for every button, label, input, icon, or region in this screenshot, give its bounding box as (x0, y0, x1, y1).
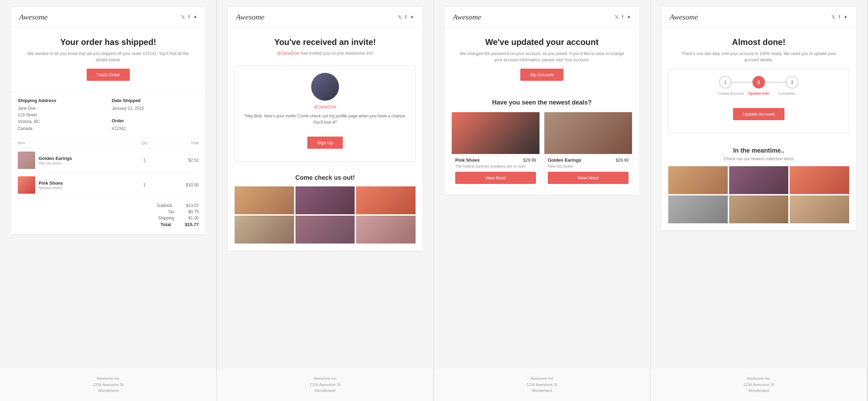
meantime-title: In the meantime.. (668, 147, 849, 154)
facebook-icon-2[interactable]: f (405, 14, 407, 20)
deal-row-shoes: Pink Shoes $29.99 (455, 157, 536, 163)
twitter-icon-3[interactable]: 𝕏 (615, 14, 618, 20)
come-check-title: Come check us out! (235, 174, 416, 182)
invite-hero-body-text: has invited you to join Awesome Inc! (301, 51, 373, 56)
my-account-button[interactable]: My Account (520, 69, 563, 81)
earrings-thumb (18, 152, 35, 169)
date-shipped-label: Date Shipped (112, 98, 199, 103)
twitter-icon-2[interactable]: 𝕏 (398, 14, 402, 20)
shipping-street: 123 Street (18, 112, 105, 118)
invite-hero: You've received an invite! @JaneDoe has … (228, 28, 423, 60)
deals-grid: Pink Shoes $29.99 The hottest summer sne… (451, 112, 632, 188)
shipping-cost-row: Shipping $1.00 (18, 216, 199, 221)
total-value: $15.77 (185, 222, 199, 227)
track-order-button[interactable]: Track Order (87, 69, 130, 81)
twitter-icon-1[interactable]: 𝕏 (181, 14, 185, 20)
panel-order-shipped: Awesome 𝕏 f ✦ Your order has shipped! We… (0, 0, 217, 401)
panel-almost-done: Awesome 𝕏 f ✦ Almost done! There's one l… (650, 0, 867, 401)
view-now-earrings-button[interactable]: View Now! (548, 172, 629, 184)
shipping-name: Jane Doe (18, 105, 105, 112)
come-check-section: Come check us out! (228, 167, 423, 250)
order-hero: Your order has shipped! We wanted to let… (11, 28, 206, 92)
footer-city-1: Wonderland (7, 388, 210, 394)
footer-address-4: 1234 Awesome St (657, 382, 860, 388)
deal-price-earrings: $29.99 (616, 158, 629, 163)
social-icons-1: 𝕏 f ✦ (181, 14, 197, 20)
footer-company-2: Awesome Inc (224, 376, 426, 382)
totals-section: Subtotal $13.02 Tax $0.75 Shipping $1.00… (11, 198, 206, 234)
social-icons-3: 𝕏 f ✦ (615, 14, 631, 20)
order-table-header: Item Qty Total (18, 138, 199, 148)
footer-city-2: Wonderland (224, 388, 426, 394)
step-line-1 (732, 82, 752, 83)
footer-1: Awesome Inc 1234 Awesome St Wonderland (0, 369, 216, 401)
email-card-3: Awesome 𝕏 f ✦ We've updated your account… (444, 7, 639, 195)
footer-company-1: Awesome Inc (7, 376, 210, 382)
shipping-address-label: Shipping Address (18, 98, 105, 103)
tax-row: Tax $0.75 (18, 209, 199, 214)
order-hero-body: We wanted to let you know that we just s… (25, 51, 192, 63)
facebook-icon-4[interactable]: f (839, 14, 840, 20)
view-now-shoes-button[interactable]: View Now! (455, 172, 536, 184)
footer-address-1: 1234 Awesome St (7, 382, 210, 388)
deal-name-shoes: Pink Shoes (455, 157, 480, 163)
photo-cell (668, 166, 728, 194)
invite-hero-body: @JaneDoe has invited you to join Awesome… (242, 51, 409, 56)
steps-indicator: 1 2 3 (676, 76, 842, 88)
twitter-icon-4[interactable]: 𝕏 (831, 14, 835, 20)
order-label: Order (112, 118, 199, 123)
logo-1: Awesome (19, 13, 48, 22)
email-header-1: Awesome 𝕏 f ✦ (11, 7, 206, 28)
invite-username: @JaneDoe (242, 104, 408, 109)
photo-grid-2 (235, 186, 416, 244)
facebook-icon-1[interactable]: f (188, 14, 190, 20)
photo-cell (356, 186, 416, 214)
photo-cell (356, 216, 416, 244)
facebook-icon-3[interactable]: f (622, 14, 623, 20)
step-circle-1: 1 (719, 76, 732, 88)
order-hero-title: Your order has shipped! (25, 37, 192, 47)
footer-city-3: Wonderland (441, 388, 643, 394)
photo-cell (729, 195, 789, 223)
signup-button[interactable]: Sign Up (307, 137, 343, 149)
tax-label: Tax (168, 209, 174, 214)
photo-grid-4 (668, 166, 849, 223)
footer-4: Awesome Inc 1234 Awesome St Wonderland (650, 369, 867, 401)
invite-hero-title: You've received an invite! (242, 37, 409, 47)
social-icons-4: 𝕏 f ✦ (831, 14, 848, 20)
account-updated-body: We changed the password on your account,… (458, 51, 625, 63)
col-total-header: Total (163, 141, 199, 145)
deal-name-earrings: Golden Earings (548, 157, 581, 163)
shoes-details: Pink Shoes Newest styles (39, 180, 63, 190)
deal-card-shoes: Pink Shoes $29.99 The hottest summer sne… (451, 112, 540, 188)
photo-cell (729, 166, 789, 194)
email-header-4: Awesome 𝕏 f ✦ (661, 7, 856, 28)
shipping-section: Shipping Address Jane Doe 123 Street Vic… (11, 92, 206, 138)
deals-title: Have you seen the newest deals? (451, 99, 632, 106)
earrings-qty: 1 (126, 158, 163, 163)
shoes-thumb (18, 176, 35, 194)
deal-desc-shoes: The hottest summer sneakers are in now! (455, 164, 536, 168)
step-circle-2: 2 (752, 76, 765, 88)
invite-from-name: @JaneDoe (277, 51, 299, 56)
total-row: Total $15.77 (18, 222, 199, 227)
rss-icon-1[interactable]: ✦ (193, 14, 197, 20)
step-label-3: Complete (773, 91, 800, 95)
account-updated-title: We've updated your account (458, 37, 625, 47)
date-shipped-value: January 12, 2015 (112, 105, 199, 112)
rss-icon-3[interactable]: ✦ (627, 14, 631, 20)
steps-labels: Create Account Update Info Complete (676, 91, 842, 95)
invite-message: "Hey Bob, here's your invite! Come check… (242, 113, 408, 125)
item-info-shoes: Pink Shoes Newest styles (18, 176, 126, 194)
photo-cell (295, 186, 355, 214)
meantime-body: Check out our newest collection items (668, 156, 849, 161)
footer-3: Awesome Inc 1234 Awesome St Wonderland (434, 369, 650, 401)
rss-icon-2[interactable]: ✦ (410, 14, 414, 20)
rss-icon-4[interactable]: ✦ (844, 14, 848, 20)
deal-img-shoes (452, 112, 539, 154)
earrings-total: $2.52 (163, 158, 199, 163)
update-account-button[interactable]: Update Account (733, 108, 784, 120)
footer-2: Awesome Inc 1234 Awesome St Wonderland (217, 369, 433, 401)
photo-cell (235, 186, 294, 214)
panel-account-updated: Awesome 𝕏 f ✦ We've updated your account… (434, 0, 650, 401)
